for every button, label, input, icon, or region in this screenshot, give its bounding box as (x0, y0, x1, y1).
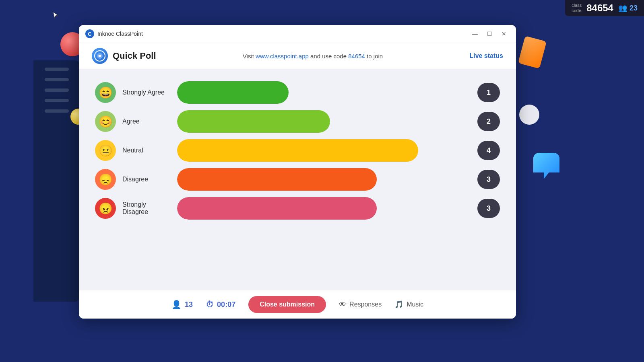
poll-label-strongly-agree: Strongly Agree (122, 89, 171, 96)
class-code-container: classcode (572, 3, 582, 13)
timer-icon: ⏱ (206, 300, 214, 309)
music-label: Music (407, 301, 423, 308)
svg-text:C: C (88, 31, 92, 37)
poll-bar (177, 81, 289, 104)
blue-chat-decoration (533, 153, 559, 179)
modal-titlebar: C Inknoe ClassPoint — ☐ ✕ (79, 25, 516, 43)
maximize-button[interactable]: ☐ (484, 28, 495, 39)
titlebar-left: C Inknoe ClassPoint (85, 29, 143, 38)
participants-stat: 👤 13 (171, 300, 193, 309)
poll-count-badge: 3 (477, 199, 500, 218)
orange-box-decoration (518, 36, 547, 69)
poll-emoji-strongly-agree: 😄 (95, 82, 116, 103)
join-code: 84654 (348, 53, 365, 60)
poll-bar-container (177, 197, 471, 220)
minimize-button[interactable]: — (469, 28, 481, 39)
poll-emoji-agree: 😊 (95, 111, 116, 132)
poll-content: 😄Strongly Agree1😊Agree2😐Neutral4😞Disagre… (79, 69, 516, 290)
poll-label-disagree: Disagree (122, 176, 171, 183)
quick-poll-icon (94, 50, 105, 62)
classpoint-logo: C (85, 29, 94, 38)
modal-footer: 👤 13 ⏱ 00:07 Close submission 👁 Response… (79, 290, 516, 319)
sidebar-decoration (33, 60, 80, 302)
quick-poll-modal: C Inknoe ClassPoint — ☐ ✕ Quick Poll Vis… (79, 25, 516, 319)
header-title: Quick Poll (113, 51, 156, 61)
poll-bar-container (177, 139, 471, 162)
poll-row: 😐Neutral4 (95, 139, 500, 162)
poll-count-badge: 3 (477, 170, 500, 189)
poll-emoji-neutral: 😐 (95, 140, 116, 161)
poll-bar-container (177, 81, 471, 104)
and-text: and use code (309, 53, 348, 60)
poll-bar (177, 168, 377, 191)
poll-emoji-disagree: 😞 (95, 169, 116, 190)
header-center-text: Visit www.classpoint.app and use code 84… (243, 53, 383, 60)
classpoint-bar: classcode 84654 👥 23 (565, 0, 644, 16)
poll-emoji-strongly-disagree: 😠 (95, 198, 116, 219)
participants-count: 👥 23 (618, 4, 638, 12)
class-code-value: 84654 (586, 2, 613, 14)
music-action[interactable]: 🎵 Music (394, 300, 423, 309)
responses-action[interactable]: 👁 Responses (339, 300, 382, 309)
poll-bar (177, 110, 330, 133)
timer-value: 00:07 (217, 300, 235, 309)
timer-stat: ⏱ 00:07 (206, 300, 235, 309)
to-join-text: to join (365, 53, 383, 60)
cursor (52, 11, 60, 19)
poll-bar (177, 139, 418, 162)
participants-footer-icon: 👤 (171, 300, 182, 309)
visit-text: Visit (243, 53, 256, 60)
titlebar-controls[interactable]: — ☐ ✕ (469, 28, 510, 39)
poll-count-badge: 2 (477, 112, 500, 131)
close-button[interactable]: ✕ (498, 28, 510, 39)
poll-row: 😠Strongly Disagree3 (95, 197, 500, 220)
poll-label-strongly-disagree: Strongly Disagree (122, 201, 171, 216)
participants-footer-count: 13 (185, 300, 193, 309)
poll-bar-container (177, 168, 471, 191)
poll-bar-container (177, 110, 471, 133)
poll-count-badge: 1 (477, 83, 500, 102)
responses-label: Responses (349, 301, 382, 308)
music-icon: 🎵 (394, 300, 403, 309)
poll-count-badge: 4 (477, 141, 500, 160)
poll-bar (177, 197, 377, 220)
poll-row: 😞Disagree3 (95, 168, 500, 191)
close-submission-button[interactable]: Close submission (248, 296, 326, 313)
app-name: Inknoe ClassPoint (97, 31, 143, 37)
header-logo-area: Quick Poll (92, 48, 156, 64)
poll-label-agree: Agree (122, 118, 171, 125)
white-circle-decoration (519, 105, 539, 125)
eye-icon: 👁 (339, 300, 346, 309)
classpoint-url[interactable]: www.classpoint.app (256, 53, 309, 60)
poll-row: 😊Agree2 (95, 110, 500, 133)
participants-icon: 👥 (618, 4, 627, 12)
modal-header: Quick Poll Visit www.classpoint.app and … (79, 43, 516, 69)
class-code-label: classcode (572, 3, 582, 13)
header-logo-circle (92, 48, 108, 64)
live-status-link[interactable]: Live status (469, 52, 503, 60)
poll-label-neutral: Neutral (122, 147, 171, 154)
poll-row: 😄Strongly Agree1 (95, 81, 500, 104)
